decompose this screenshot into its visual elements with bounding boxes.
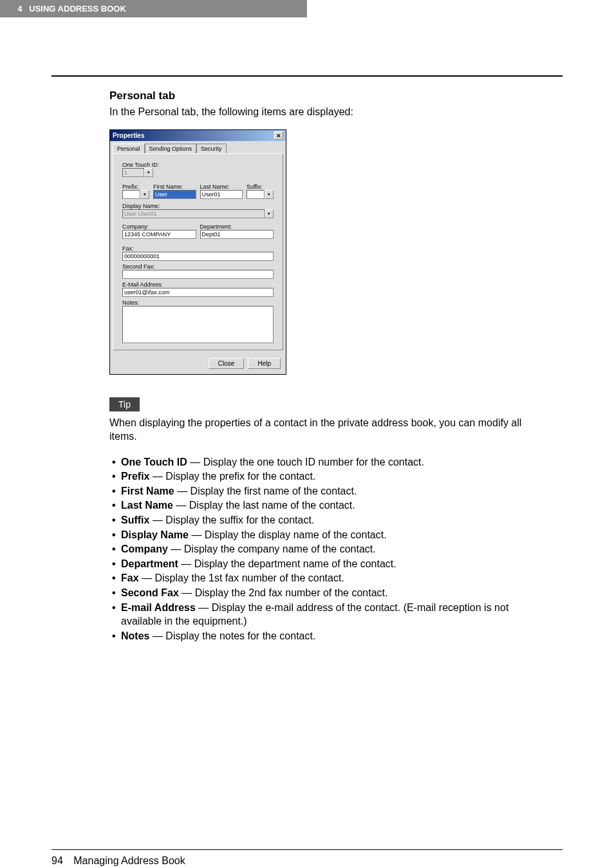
second-fax-field[interactable] (122, 270, 274, 279)
first-name-label: First Name: (153, 184, 196, 190)
notes-label: Notes: (122, 299, 274, 306)
chevron-down-icon[interactable]: ▾ (140, 190, 149, 199)
first-name-field[interactable] (153, 190, 196, 199)
term: E-mail Address (121, 602, 196, 613)
page-footer: 94 Managing Address Book (0, 849, 614, 868)
section-title: Personal tab (109, 90, 550, 102)
department-label: Department: (200, 223, 274, 230)
prefix-field[interactable] (122, 190, 140, 199)
chevron-down-icon[interactable]: ▾ (265, 209, 274, 218)
tab-security[interactable]: Security (196, 144, 227, 153)
list-item: Display Name — Display the display name … (109, 528, 550, 542)
list-item: Department — Display the department name… (109, 557, 550, 571)
term: Fax (121, 572, 139, 583)
desc: — Display the 2nd fax number of the cont… (179, 587, 388, 598)
list-item: Fax — Display the 1st fax number of the … (109, 571, 550, 585)
desc: — Display the first name of the contact. (174, 486, 357, 496)
tab-personal[interactable]: Personal (113, 144, 145, 153)
desc: — Display the last name of the contact. (173, 500, 355, 511)
desc: — Display the 1st fax number of the cont… (139, 572, 344, 583)
second-fax-label: Second Fax: (122, 263, 274, 270)
dialog-title: Properties (113, 132, 144, 139)
desc: — Display the suffix for the contact. (149, 514, 314, 525)
one-touch-id-field[interactable] (122, 168, 144, 177)
one-touch-id-label: One Touch ID: (122, 162, 274, 168)
term: Notes (121, 630, 149, 641)
display-name-label: Display Name: (122, 203, 274, 209)
desc: — Display the department name of the con… (178, 558, 396, 569)
tip-text: When displaying the properties of a cont… (109, 417, 550, 444)
section-intro: In the Personal tab, the following items… (109, 106, 550, 118)
list-item: One Touch ID — Display the one touch ID … (109, 455, 550, 469)
email-label: E-Mail Address: (122, 281, 274, 288)
notes-field[interactable] (122, 306, 274, 343)
department-field[interactable] (200, 230, 274, 239)
list-item: Company — Display the company name of th… (109, 542, 550, 556)
list-item: E-mail Address — Display the e-mail addr… (109, 601, 550, 628)
desc: — Display the company name of the contac… (168, 543, 376, 554)
last-name-label: Last Name: (200, 184, 243, 190)
desc: — Display the prefix for the contact. (149, 471, 315, 482)
footer-divider (51, 849, 563, 850)
list-item: Notes — Display the notes for the contac… (109, 629, 550, 643)
term: Company (121, 543, 168, 554)
list-item: Second Fax — Display the 2nd fax number … (109, 586, 550, 600)
desc: — Display the display name of the contac… (189, 529, 387, 540)
fax-field[interactable] (122, 252, 274, 261)
field-description-list: One Touch ID — Display the one touch ID … (109, 455, 550, 643)
term: Last Name (121, 500, 173, 511)
desc: — Display the one touch ID number for th… (187, 457, 424, 467)
dialog-titlebar: Properties ✕ (110, 130, 286, 141)
dialog-button-row: Close Help (110, 353, 286, 374)
prefix-label: Prefix: (122, 184, 149, 190)
footer-title: Managing Address Book (73, 855, 185, 866)
top-divider (51, 75, 563, 77)
desc: — Display the notes for the contact. (149, 630, 315, 641)
tab-panel-personal: One Touch ID: ▾ Prefix: ▾ First Name: (113, 153, 283, 350)
list-item: First Name — Display the first name of t… (109, 484, 550, 498)
email-field[interactable] (122, 288, 274, 297)
suffix-field[interactable] (247, 190, 265, 199)
term: Prefix (121, 471, 149, 482)
close-icon[interactable]: ✕ (274, 131, 283, 140)
company-field[interactable] (122, 230, 196, 239)
page-number: 94 (51, 855, 63, 866)
fax-label: Fax: (122, 245, 274, 252)
company-label: Company: (122, 223, 196, 230)
display-name-field[interactable] (122, 209, 265, 218)
list-item: Last Name — Display the last name of the… (109, 498, 550, 513)
chapter-num: 4 (17, 4, 22, 14)
term: First Name (121, 486, 174, 496)
close-button[interactable]: Close (209, 358, 245, 369)
tab-sending-options[interactable]: Sending Options (145, 144, 197, 153)
list-item: Prefix — Display the prefix for the cont… (109, 469, 550, 484)
list-item: Suffix — Display the suffix for the cont… (109, 513, 550, 527)
term: One Touch ID (121, 457, 187, 467)
term: Suffix (121, 514, 149, 525)
tabs-row: Personal Sending Options Security (110, 141, 286, 153)
last-name-field[interactable] (200, 190, 243, 199)
term: Second Fax (121, 587, 179, 598)
term: Department (121, 558, 178, 569)
chevron-down-icon[interactable]: ▾ (144, 168, 153, 177)
term: Display Name (121, 529, 189, 540)
properties-dialog: Properties ✕ Personal Sending Options Se… (109, 129, 286, 375)
suffix-label: Suffix: (247, 184, 274, 190)
help-button[interactable]: Help (248, 358, 281, 369)
chevron-down-icon[interactable]: ▾ (265, 190, 274, 199)
tip-badge: Tip (109, 397, 140, 411)
page-header: 4 USING ADDRESS BOOK (0, 0, 307, 17)
chapter-title: USING ADDRESS BOOK (29, 4, 126, 14)
